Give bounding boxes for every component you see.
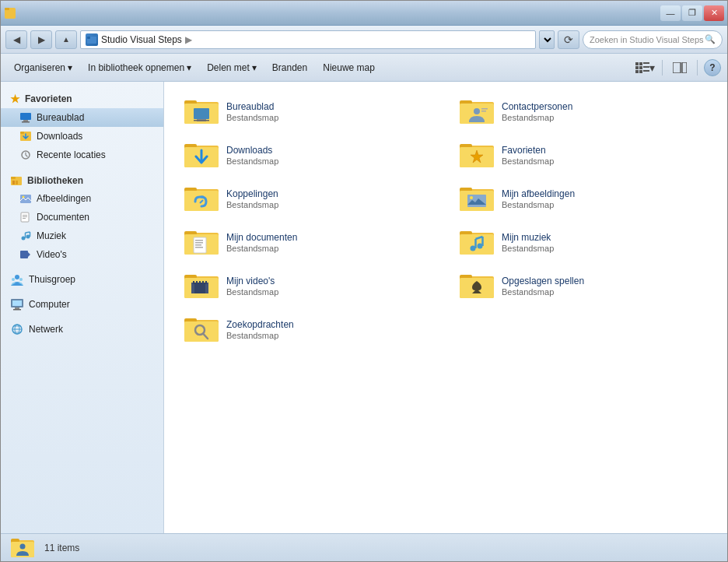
- file-item-mijn-documenten[interactable]: Mijn documenten Bestandsmap: [177, 222, 439, 262]
- sidebar-item-videos[interactable]: Video's: [1, 245, 163, 264]
- file-item-zoekopdrachten[interactable]: Zoekopdrachten Bestandsmap: [177, 309, 439, 349]
- title-bar-left: [4, 7, 16, 19]
- file-item-mijn-muziek[interactable]: Mijn muziek Bestandsmap: [452, 222, 715, 262]
- svg-rect-18: [22, 121, 30, 123]
- network-icon: [10, 323, 24, 335]
- svg-rect-110: [184, 321, 219, 342]
- desktop-icon: [19, 112, 32, 123]
- up-button[interactable]: ▲: [55, 30, 77, 49]
- sidebar-afbeeldingen-label: Afbeeldingen: [37, 193, 91, 204]
- file-item-contactpersonen[interactable]: Contactpersonen Bestandsmap: [452, 91, 715, 132]
- view-options-button[interactable]: ▾: [634, 58, 656, 77]
- sidebar: ★ Favorieten Bureaublad Downloads: [1, 82, 164, 533]
- svg-rect-23: [11, 177, 16, 179]
- help-button[interactable]: ?: [704, 59, 721, 76]
- search-icon: 🔍: [705, 34, 716, 44]
- file-type: Bestandsmap: [226, 156, 278, 166]
- sidebar-item-recente-locaties[interactable]: Recente locaties: [1, 146, 163, 164]
- sidebar-item-netwerk[interactable]: Netwerk: [1, 320, 163, 339]
- folder-icon-contactpersonen: [458, 96, 495, 127]
- sidebar-downloads-label: Downloads: [37, 131, 82, 142]
- svg-rect-101: [196, 281, 198, 284]
- refresh-button[interactable]: ⟳: [558, 30, 579, 49]
- new-folder-button[interactable]: Nieuwe map: [316, 58, 382, 78]
- sidebar-netwerk-label: Netwerk: [29, 324, 63, 335]
- sidebar-item-afbeeldingen[interactable]: Afbeeldingen: [1, 189, 163, 208]
- file-name: Mijn documenten: [226, 232, 297, 243]
- file-item-opgeslagen-spellen[interactable]: Opgeslagen spellen Bestandsmap: [452, 265, 715, 306]
- file-item-favorieten[interactable]: Favorieten Bestandsmap: [452, 135, 715, 175]
- svg-rect-84: [195, 244, 201, 246]
- folder-icon-bureaublad: [183, 96, 220, 127]
- sidebar-item-bureaublad[interactable]: Bureaublad: [1, 108, 163, 127]
- close-button[interactable]: ✕: [704, 5, 724, 21]
- file-name: Bureaublad: [226, 101, 278, 112]
- forward-button[interactable]: ▶: [30, 30, 52, 49]
- help-symbol: ?: [709, 62, 715, 73]
- file-type: Bestandsmap: [502, 287, 584, 297]
- svg-rect-2: [5, 10, 16, 18]
- maximize-button[interactable]: ❐: [682, 5, 702, 21]
- svg-rect-24: [12, 181, 15, 184]
- file-item-mijn-afbeeldingen[interactable]: Mijn afbeeldingen Bestandsmap: [452, 178, 715, 219]
- search-box[interactable]: Zoeken in Studio Visual Steps 🔍: [583, 30, 723, 49]
- organize-label: Organiseren: [14, 62, 65, 73]
- sidebar-item-computer[interactable]: Computer: [1, 295, 163, 314]
- status-folder-icon: [10, 536, 35, 560]
- svg-rect-62: [481, 111, 486, 112]
- minimize-button[interactable]: —: [660, 5, 681, 21]
- share-button[interactable]: Delen met ▾: [200, 58, 264, 78]
- path-dropdown[interactable]: [539, 30, 555, 49]
- file-type: Bestandsmap: [226, 287, 278, 297]
- status-item-count: 11 items: [44, 543, 79, 553]
- sidebar-item-documenten[interactable]: Documenten: [1, 208, 163, 227]
- svg-rect-99: [205, 283, 208, 293]
- file-item-downloads[interactable]: Downloads Bestandsmap: [177, 135, 439, 175]
- burn-button[interactable]: Branden: [265, 58, 314, 78]
- sidebar-div2: [1, 264, 163, 270]
- file-name: Favorieten: [502, 145, 554, 156]
- svg-rect-83: [195, 242, 203, 244]
- file-name: Downloads: [226, 145, 278, 156]
- file-info-zoekopdrachten: Zoekopdrachten Bestandsmap: [226, 319, 294, 340]
- svg-point-40: [12, 278, 15, 281]
- svg-point-116: [20, 543, 26, 549]
- file-name: Contactpersonen: [502, 101, 572, 112]
- sidebar-muziek-label: Muziek: [37, 230, 66, 241]
- sidebar-item-thuisgroep[interactable]: Thuisgroep: [1, 270, 163, 289]
- file-name: Koppelingen: [226, 188, 278, 199]
- folder-icon-mijn-afbeeldingen: [458, 183, 495, 214]
- folder-icon-downloads: [183, 139, 220, 170]
- file-type: Bestandsmap: [502, 200, 575, 209]
- library-button[interactable]: In bibliotheek opnemen ▾: [81, 58, 198, 78]
- svg-rect-31: [23, 218, 26, 219]
- file-item-bureaublad[interactable]: Bureaublad Bestandsmap: [177, 91, 439, 132]
- preview-pane-button[interactable]: [669, 58, 691, 77]
- share-label: Delen met: [207, 62, 250, 73]
- folder-icon-mijn-videos: [183, 270, 220, 301]
- back-button[interactable]: ◀: [5, 30, 27, 49]
- file-info-bureaublad: Bureaublad Bestandsmap: [226, 101, 278, 122]
- svg-rect-54: [194, 108, 209, 119]
- sidebar-item-downloads[interactable]: Downloads: [1, 127, 163, 146]
- organize-button[interactable]: Organiseren ▾: [7, 58, 79, 78]
- svg-rect-29: [23, 215, 27, 216]
- svg-rect-20: [20, 132, 24, 134]
- view-grid-icon: [635, 62, 649, 73]
- svg-point-39: [15, 275, 19, 279]
- address-bar: ◀ ▶ ▲ Studio Visual Steps ▶ ⟳ Zoeken in …: [1, 26, 727, 54]
- toolbar-right: ▾ ?: [634, 58, 721, 77]
- explorer-window: — ❐ ✕ ◀ ▶ ▲ Studio Visual Steps ▶ ⟳ Zoek…: [0, 0, 728, 562]
- address-path[interactable]: Studio Visual Steps ▶: [80, 30, 536, 49]
- file-item-koppelingen[interactable]: Koppelingen Bestandsmap: [177, 178, 439, 219]
- music-icon: [19, 230, 32, 241]
- file-item-mijn-videos[interactable]: Mijn video's Bestandsmap: [177, 265, 439, 306]
- sidebar-div1: [1, 164, 163, 170]
- svg-rect-7: [643, 62, 649, 64]
- sidebar-bureaublad-label: Bureaublad: [37, 112, 84, 123]
- folder-icon-favorieten: [458, 139, 495, 170]
- recent-icon: [19, 149, 32, 160]
- svg-rect-100: [193, 281, 194, 284]
- svg-rect-11: [635, 70, 639, 73]
- sidebar-item-muziek[interactable]: Muziek: [1, 227, 163, 245]
